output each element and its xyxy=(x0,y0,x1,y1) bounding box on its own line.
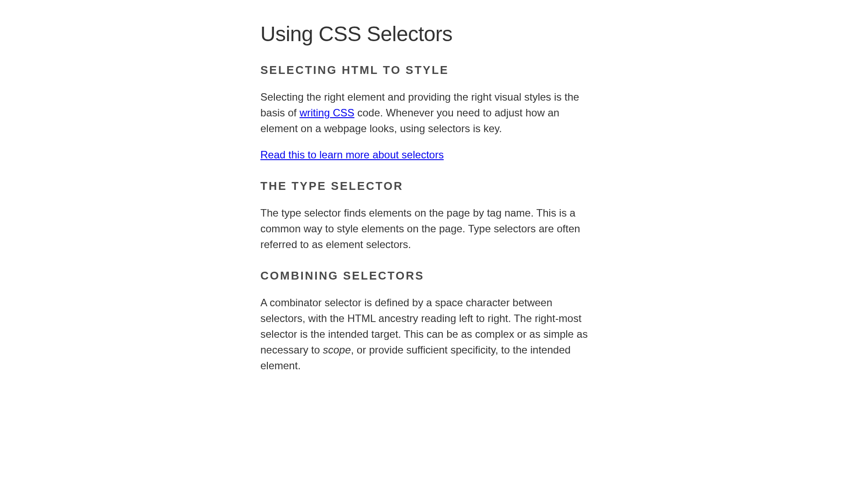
section-paragraph-combining: A combinator selector is defined by a sp… xyxy=(260,295,589,374)
writing-css-link[interactable]: writing CSS xyxy=(299,107,354,119)
section-heading-combining: COMBINING SELECTORS xyxy=(260,269,589,283)
standalone-link-paragraph: Read this to learn more about selectors xyxy=(260,147,589,163)
page-title: Using CSS Selectors xyxy=(260,22,589,46)
section-heading-type-selector: THE TYPE SELECTOR xyxy=(260,179,589,193)
section-heading-selecting: SELECTING HTML TO STYLE xyxy=(260,63,589,77)
scope-emphasis: scope xyxy=(323,344,351,356)
document-container: Using CSS Selectors SELECTING HTML TO ST… xyxy=(252,22,597,374)
section-paragraph-selecting: Selecting the right element and providin… xyxy=(260,89,589,136)
section-paragraph-type-selector: The type selector finds elements on the … xyxy=(260,205,589,252)
learn-more-selectors-link[interactable]: Read this to learn more about selectors xyxy=(260,149,444,161)
